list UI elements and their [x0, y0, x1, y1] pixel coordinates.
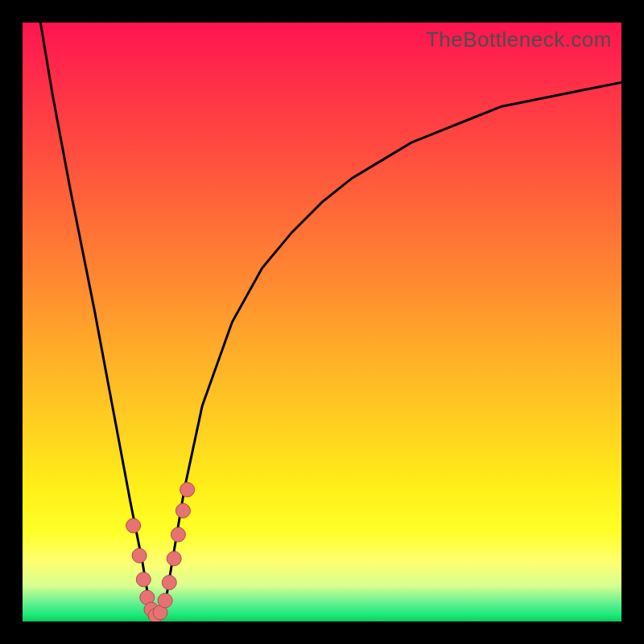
- data-marker: [167, 551, 181, 566]
- data-marker: [136, 572, 151, 587]
- plot-area: TheBottleneck.com: [23, 23, 621, 621]
- watermark-text: TheBottleneck.com: [426, 27, 612, 52]
- chart-frame: TheBottleneck.com: [0, 0, 644, 644]
- data-marker: [126, 518, 141, 533]
- data-marker: [162, 576, 176, 590]
- data-marker: [158, 593, 172, 608]
- data-marker: [175, 503, 190, 518]
- data-marker: [180, 482, 195, 497]
- chart-svg: [23, 23, 621, 621]
- data-marker: [132, 548, 147, 563]
- marker-group: [126, 482, 195, 621]
- data-marker: [171, 527, 185, 542]
